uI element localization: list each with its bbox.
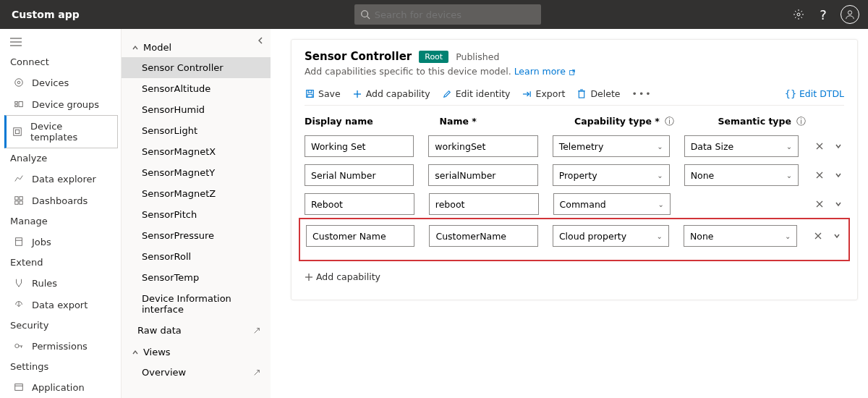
svg-point-20 [15,344,19,347]
subtitle: Add capabilities specific to this device… [305,66,844,77]
nav-item-application[interactable]: Application [0,376,121,398]
search-input[interactable] [375,9,535,20]
capability-row: Property⌄None⌄ [305,164,844,186]
edit-dtdl-button[interactable]: {} Edit DTDL [786,88,844,99]
semantic-type-select[interactable]: None⌄ [684,225,798,247]
remove-row-icon[interactable] [815,171,824,179]
add-capability-button[interactable]: Add capability [352,88,430,99]
help-icon[interactable]: ? [816,7,830,22]
svg-rect-18 [16,238,22,246]
dashboards-icon [13,195,25,206]
nav-item-permissions[interactable]: Permissions [0,335,121,357]
expand-row-icon[interactable] [834,200,843,208]
nav-item-jobs[interactable]: Jobs [0,231,121,253]
edit-identity-button[interactable]: Edit identity [442,88,511,99]
nav-item-rules[interactable]: Rules [0,272,121,294]
export-icon [13,299,25,310]
nav-item-devices[interactable]: Devices [0,72,121,93]
page-title: Sensor Controller [305,50,412,63]
chevron-down-icon: ⌄ [658,200,664,208]
content-card: Sensor Controller Root Published Add cap… [291,39,858,300]
tree-item[interactable]: SensorLight [122,120,271,141]
left-nav: Connect Devices Device groups Device tem… [0,29,122,398]
name-input[interactable] [428,164,537,186]
root-badge: Root [419,51,448,63]
svg-point-7 [15,79,23,87]
expand-row-icon[interactable] [833,232,841,240]
capability-type-select[interactable]: Command⌄ [553,193,671,215]
tree-model-header[interactable]: Model [122,36,271,57]
tree-item[interactable]: SensorMagnetZ [122,183,271,204]
display-name-input[interactable] [305,135,414,157]
learn-more-link[interactable]: Learn more [514,66,576,77]
more-button[interactable]: ••• [632,88,652,99]
name-input[interactable] [429,225,537,247]
tree-item[interactable]: SensorRoll [122,246,271,267]
tree-overview[interactable]: Overview [122,362,271,383]
chevron-up-icon [132,349,139,356]
tree-item[interactable]: Device Information interface [122,288,271,320]
add-capability-row[interactable]: Add capability [305,271,844,282]
nav-item-dashboards[interactable]: Dashboards [0,190,121,211]
name-input[interactable] [429,193,539,215]
nav-item-device-templates[interactable]: Device templates [4,115,118,148]
svg-rect-10 [15,105,18,107]
search-box[interactable] [354,4,541,25]
expand-row-icon[interactable] [834,142,843,151]
svg-rect-17 [20,201,22,204]
remove-row-icon[interactable] [815,142,824,151]
capability-row: Command⌄ [305,193,844,215]
save-button[interactable]: Save [305,88,341,99]
application-icon [13,381,25,393]
capability-type-select[interactable]: Cloud property⌄ [553,225,669,247]
trash-icon [576,89,587,99]
nav-section-extend: Extend [0,253,121,272]
save-icon [305,89,315,99]
tree-item[interactable]: SensorHumid [122,99,271,120]
tree-item[interactable]: SensorTemp [122,267,271,288]
export-button[interactable]: Export [522,88,566,99]
display-name-input[interactable] [305,193,414,215]
svg-rect-13 [16,130,20,133]
display-name-input[interactable] [305,164,414,186]
tree-raw-data[interactable]: Raw data [122,320,271,341]
collapse-panel-icon[interactable] [256,36,265,45]
col-semantic-type: Semantic type ⓘ [718,116,844,128]
semantic-type-select[interactable]: Data Size⌄ [684,135,799,157]
tree-views-header[interactable]: Views [122,341,271,362]
tree-item[interactable]: SensorMagnetY [122,162,271,183]
tree-item[interactable]: SensorAltitude [122,78,271,99]
chevron-down-icon: ⌄ [657,232,663,240]
external-link-icon [569,69,576,76]
remove-row-icon[interactable] [814,232,822,240]
expand-row-icon[interactable] [834,171,843,179]
nav-item-device-groups[interactable]: Device groups [0,93,121,115]
tree-item[interactable]: SensorPressure [122,225,271,246]
semantic-type-select[interactable]: None⌄ [684,164,799,186]
chevron-down-icon: ⌄ [786,172,792,179]
remove-row-icon[interactable] [815,200,824,208]
delete-button[interactable]: Delete [576,88,620,99]
menu-toggle-icon[interactable] [0,35,121,52]
name-input[interactable] [428,135,537,157]
display-name-input[interactable] [306,225,414,247]
nav-section-analyze: Analyze [0,148,121,168]
info-icon[interactable]: ⓘ [796,116,806,127]
gear-icon[interactable] [791,7,806,22]
svg-line-1 [367,17,370,20]
capability-row: Telemetry⌄Data Size⌄ [305,135,844,157]
account-icon[interactable] [841,5,859,24]
capability-type-select[interactable]: Telemetry⌄ [553,135,670,157]
tree-item[interactable]: SensorMagnetX [122,141,271,162]
nav-item-data-explorer[interactable]: Data explorer [0,168,121,190]
nav-section-settings: Settings [0,357,121,376]
nav-item-data-export[interactable]: Data export [0,294,121,316]
svg-rect-9 [15,102,18,104]
info-icon[interactable]: ⓘ [665,116,674,127]
col-capability-type: Capability type * ⓘ [574,116,703,128]
tree-item[interactable]: Sensor Controller [122,57,271,78]
capability-type-select[interactable]: Property⌄ [553,164,670,186]
plus-icon [352,89,362,99]
braces-icon: {} [786,89,796,99]
tree-item[interactable]: SensorPitch [122,204,271,225]
